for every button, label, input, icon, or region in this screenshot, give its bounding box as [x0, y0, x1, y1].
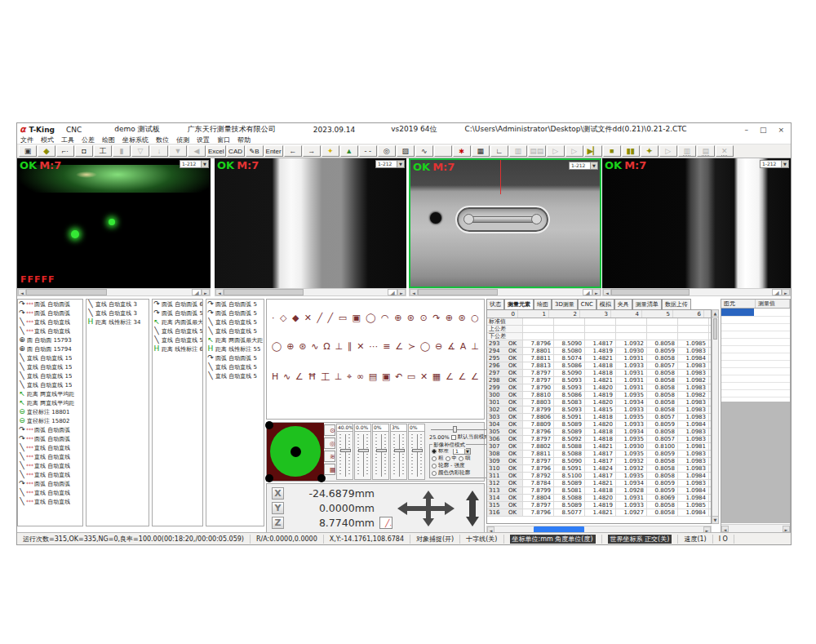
tool-icon[interactable]: ⌖ [347, 371, 352, 384]
play2-gray-button[interactable]: ▷ [659, 145, 677, 157]
measurement-row[interactable]: 301OK 7.8803 8.5083 1.4820 1.0934 0.8058… [487, 399, 711, 406]
menu-item[interactable]: 绘图 [102, 135, 115, 144]
light-slider-2[interactable]: 0.0% [354, 424, 371, 480]
tool-icon[interactable]: ∠ [295, 371, 304, 384]
tool-icon[interactable]: H [272, 371, 278, 384]
tool-icon[interactable]: ⊕ [446, 313, 453, 323]
light-slider-1[interactable]: 40.0% [336, 424, 353, 480]
tool-icon[interactable]: ≻ [408, 341, 415, 352]
tool-icon[interactable]: ↷ [432, 313, 440, 323]
menu-item[interactable]: 公差 [82, 135, 95, 144]
feature-line[interactable]: ╲***直线 自动直线 [18, 497, 82, 506]
tool-icon[interactable]: ▣ [352, 313, 360, 323]
row-lower-tol[interactable]: 下公差 [487, 333, 711, 340]
measurement-row[interactable]: 315OK 7.8797 8.5089 1.4819 1.0933 0.8058… [487, 502, 711, 509]
enter-button[interactable]: Enter [264, 145, 283, 157]
dashed-line-button[interactable]: - - [359, 145, 377, 157]
light-mode-button[interactable]: ≋ [324, 451, 335, 462]
view-resize-icon[interactable]: ◢ [388, 289, 397, 295]
menu-item[interactable]: 工具 [61, 135, 74, 144]
play-gray-button[interactable]: ▷ [565, 145, 583, 157]
feature-line[interactable]: ╲***直线 自动直线 [18, 326, 82, 335]
default-mode-checkbox[interactable] [451, 435, 456, 440]
measurement-row[interactable]: 295OK 7.8811 8.5074 1.4821 1.0931 0.8058… [487, 355, 711, 362]
feature-arc[interactable]: ↷***圆弧 自动圆弧 [18, 425, 82, 434]
tab-report[interactable]: 测量清单 [632, 299, 662, 309]
delete2-gray-button[interactable]: ✕ [716, 145, 734, 157]
ring-light-control[interactable] [267, 423, 324, 481]
cup-down-button[interactable]: ▽ [131, 145, 149, 157]
tool-icon[interactable]: ∞ [357, 371, 364, 384]
measurement-row[interactable]: 299OK 7.8790 8.5093 1.4820 1.0931 0.8058… [487, 384, 711, 392]
tool-icon[interactable]: ≡ [383, 341, 390, 352]
feature-line[interactable]: ╲***直线 自动直线 [18, 443, 82, 452]
measurement-row[interactable]: 296OK 7.8813 8.5086 1.4818 1.0933 0.8057… [487, 362, 711, 370]
camera-view-3-selected[interactable]: OKM:7 1-212▼ [409, 158, 601, 288]
slider-thumb[interactable] [376, 449, 387, 452]
measurement-row[interactable]: 303OK 7.8806 8.5091 1.4818 1.0935 0.8057… [487, 414, 711, 421]
light-mode-button[interactable]: ▦ [324, 464, 335, 475]
menu-item[interactable]: 文件 [20, 135, 33, 144]
menu-item[interactable]: 窗口 [217, 135, 230, 144]
feature-arc[interactable]: ↷***圆弧 自动圆弧 [18, 300, 82, 309]
light-mode-button[interactable]: ⊙ [324, 424, 335, 436]
slider-thumb[interactable] [358, 449, 369, 452]
stop-button[interactable]: ■ [603, 145, 621, 157]
tool-icon[interactable]: Ω [323, 341, 330, 352]
feature-arc[interactable]: ↷***圆弧 自动圆弧 [18, 479, 82, 488]
view4-scrollbar[interactable]: ◄◢► [602, 288, 791, 296]
image-view-button[interactable]: ▲ [340, 145, 358, 157]
tool-icon[interactable]: ╱ [317, 313, 322, 323]
probe-button[interactable]: ◘ [75, 145, 93, 157]
chart-button[interactable]: ∟ [490, 145, 508, 157]
new-part-button[interactable]: ▣ [19, 145, 37, 157]
star-marker-button[interactable]: ∗ [453, 145, 471, 157]
measurement-row[interactable]: 308OK 7.8811 8.5088 1.4817 1.0935 0.8059… [487, 451, 711, 458]
open-part-button[interactable]: ◈ [38, 145, 55, 157]
slider-thumb[interactable] [453, 426, 457, 433]
tool-icon[interactable]: ◯ [272, 341, 282, 352]
slider-thumb[interactable] [412, 449, 423, 452]
tool-icon[interactable]: ▭ [407, 371, 415, 384]
menu-item[interactable]: 帮助 [237, 135, 251, 144]
diagonal-move-button[interactable]: ╱. [379, 517, 392, 529]
feature-dim[interactable]: H距离 线性标注 55 [206, 344, 264, 353]
lift-down-button[interactable]: ↓ [150, 145, 168, 157]
tool-icon[interactable]: ▦ [432, 371, 441, 384]
feature-line[interactable]: ╲直线 自动直线 15 [18, 353, 82, 362]
feature-line[interactable]: ╲直线 自动直线 3 [86, 300, 149, 309]
selected-cell[interactable] [721, 309, 754, 316]
camera-view-4[interactable]: OKM:7 1-212▼ [602, 158, 791, 288]
blank-button[interactable] [434, 145, 452, 157]
feature-arc[interactable]: ↷圆弧 自动圆弧 5 [206, 300, 264, 309]
pause-button[interactable]: ▮▮ [622, 145, 640, 157]
radio-coarse[interactable] [432, 456, 437, 461]
tool-icon[interactable]: ✕ [304, 313, 312, 323]
tool-icon[interactable]: ⊛ [407, 313, 415, 323]
tool-icon[interactable]: ✕ [357, 341, 364, 352]
feature-line[interactable]: ╲***直线 自动直线 [18, 461, 82, 470]
zoom-search-button[interactable]: ◎ [378, 145, 396, 157]
feature-line[interactable]: ╲直线 自动直线 5 [206, 318, 264, 326]
light-slider-3[interactable]: 0% [372, 424, 389, 480]
cad-export-button[interactable]: CAD [227, 145, 245, 157]
measurement-row[interactable]: 311OK 7.8792 8.5100 1.4817 1.0935 0.8058… [487, 473, 711, 480]
feature-arc[interactable]: ↷***圆弧 自动圆弧 [18, 434, 82, 443]
tool-icon[interactable]: ⊖ [435, 341, 442, 352]
feature-line[interactable]: ╲直线 自动直线 15 [18, 362, 82, 371]
feature-arc[interactable]: ↷圆弧 自动圆弧 6 [153, 300, 202, 309]
tool-icon[interactable]: · [272, 313, 275, 323]
measurement-row[interactable]: 316OK 7.8796 8.5077 1.4821 1.0927 0.8058… [487, 509, 711, 517]
feature-diameter[interactable]: ⊖直径标注 18801 [18, 407, 82, 416]
menu-item[interactable]: 设置 [197, 135, 210, 144]
plate-down-button[interactable]: ▼ [169, 145, 187, 157]
pen-report-button[interactable]: ✎B [246, 145, 264, 157]
tab-cnc[interactable]: CNC [578, 299, 596, 309]
rect-tool-button[interactable]: ▮ [113, 145, 131, 157]
menu-item[interactable]: 数位 [156, 135, 169, 144]
measurement-row[interactable]: 310OK 7.8796 8.5091 1.4824 1.0932 0.8058… [487, 465, 711, 473]
feature-line[interactable]: ╲直线 自动直线 5 [206, 362, 264, 371]
measurement-row[interactable]: 313OK 7.8799 8.5081 1.4818 1.0928 0.8059… [487, 487, 711, 495]
measurement-row[interactable]: 305OK 7.8796 8.5089 1.4818 1.0934 0.8058… [487, 429, 711, 436]
tab-sim[interactable]: 模拟 [596, 299, 614, 309]
